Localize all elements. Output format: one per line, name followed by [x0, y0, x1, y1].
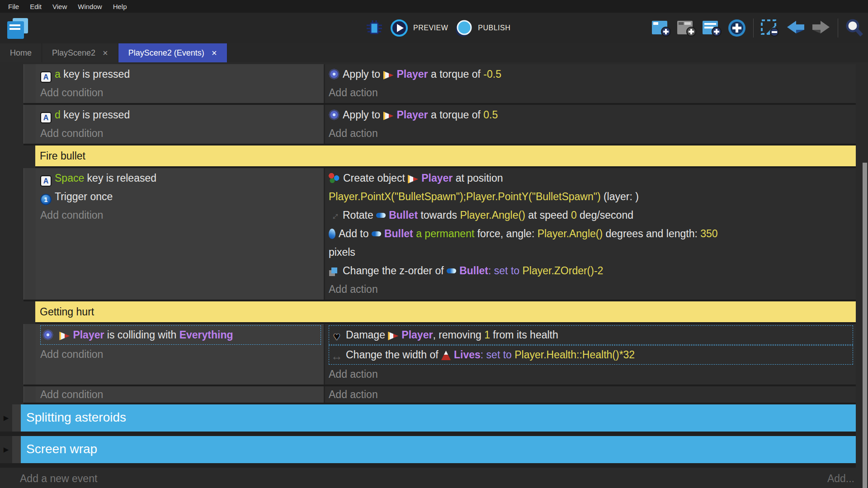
action-row[interactable]: Add to Bullet a permanent force, angle: …	[329, 225, 853, 262]
actions-cell[interactable]: Apply to Player a torque of 0.5 Add acti…	[325, 105, 856, 144]
toolbar-center: PREVIEW PUBLISH	[365, 13, 510, 43]
event-drag-handle[interactable]	[24, 386, 36, 403]
player-icon	[383, 112, 394, 120]
conditions-cell[interactable]: Player is colliding with Everything Add …	[36, 324, 325, 385]
text-segment	[57, 329, 59, 341]
search-icon[interactable]	[844, 18, 864, 38]
add-subevent-icon[interactable]	[676, 19, 697, 38]
vertical-scrollbar[interactable]	[863, 163, 867, 488]
action-row[interactable]: Change the z-order of Bullet: set to Pla…	[329, 262, 853, 280]
condition-row[interactable]: a key is pressed	[40, 65, 321, 84]
action-row[interactable]: Apply to Player a torque of 0.5	[329, 106, 853, 124]
add-condition-link[interactable]: Add condition	[40, 84, 321, 102]
text-segment: at position	[453, 172, 506, 184]
group-drag-handle[interactable]	[12, 436, 21, 463]
close-icon[interactable]: ×	[212, 48, 217, 57]
event-drag-handle[interactable]	[24, 105, 36, 144]
toolbar-separator	[753, 19, 754, 38]
heart-icon	[331, 328, 343, 339]
action-row[interactable]: Apply to Player a torque of -0.5	[329, 65, 853, 84]
condition-row[interactable]: d key is pressed	[40, 106, 321, 124]
add-condition-link[interactable]: Add condition	[40, 386, 321, 403]
event-row-empty: Add condition Add action	[24, 386, 856, 404]
action-row[interactable]: Rotate Bullet towards Player.Angle() at …	[329, 206, 853, 225]
play-icon	[390, 19, 409, 38]
condition-row[interactable]: Trigger once	[40, 188, 321, 206]
action-row[interactable]: Damage Player, removing 1 from its healt…	[329, 325, 853, 345]
event-drag-handle[interactable]	[24, 168, 36, 300]
menu-bar: File Edit View Window Help	[0, 0, 868, 13]
player-icon	[388, 332, 398, 340]
text-segment: Space	[55, 172, 84, 184]
debugger-icon[interactable]	[365, 19, 383, 37]
menu-edit[interactable]: Edit	[24, 3, 47, 10]
add-condition-link[interactable]: Add condition	[40, 345, 321, 364]
physics-icon	[329, 69, 340, 80]
text-segment: force, angle:	[474, 228, 537, 239]
add-circle-icon[interactable]	[727, 18, 747, 38]
close-icon[interactable]: ×	[103, 48, 108, 57]
menu-file[interactable]: File	[3, 3, 24, 10]
actions-cell[interactable]: Create object Player at position Player.…	[325, 168, 856, 300]
text-segment: from its health	[490, 329, 558, 341]
text-segment: Player	[397, 109, 428, 121]
conditions-cell[interactable]: Space key is released Trigger once Add c…	[36, 168, 325, 300]
menu-window[interactable]: Window	[72, 3, 107, 10]
tab-playscene2[interactable]: PlayScene2 ×	[42, 43, 118, 62]
rotate-icon	[329, 210, 340, 221]
event-drag-handle[interactable]	[24, 324, 36, 385]
add-new-event-link[interactable]: Add a new event	[20, 473, 97, 484]
action-row[interactable]: Create object Player at position Player.…	[329, 169, 853, 206]
tab-label: Home	[10, 48, 32, 58]
text-segment: Apply to	[343, 109, 383, 121]
conditions-cell[interactable]: a key is pressed Add condition	[36, 64, 325, 103]
globe-icon	[454, 19, 473, 38]
zorder-icon	[331, 267, 337, 273]
group-title[interactable]: Screen wrap	[21, 436, 856, 463]
add-condition-link[interactable]: Add condition	[40, 206, 321, 225]
add-action-link[interactable]: Add action	[329, 280, 853, 299]
add-action-link[interactable]: Add action	[329, 386, 853, 403]
bullet-icon	[372, 231, 381, 236]
condition-row[interactable]: Space key is released	[40, 169, 321, 188]
redo-icon[interactable]	[811, 19, 831, 37]
add-event-icon[interactable]	[651, 19, 672, 38]
toolbar: PREVIEW PUBLISH	[0, 13, 868, 43]
event-drag-handle[interactable]	[24, 64, 36, 103]
tab-label: PlayScene2 (Events)	[128, 48, 204, 58]
collapse-arrow-icon[interactable]: ▶	[0, 436, 12, 463]
actions-cell[interactable]: Add action	[325, 386, 856, 403]
add-action-link[interactable]: Add action	[329, 84, 853, 102]
condition-row[interactable]: Player is colliding with Everything	[40, 325, 321, 345]
text-segment: Rotate	[343, 209, 376, 221]
tab-home[interactable]: Home	[0, 43, 42, 62]
add-button[interactable]: Add...	[827, 468, 854, 488]
comment-row[interactable]: Getting hurt	[35, 301, 856, 324]
group-drag-handle[interactable]	[12, 404, 21, 432]
add-condition-link[interactable]: Add condition	[40, 124, 321, 143]
add-action-link[interactable]: Add action	[329, 124, 853, 143]
force-icon	[329, 229, 335, 239]
text-segment: Player.PointX("BulletSpawn");Player.Poin…	[329, 191, 601, 202]
add-comment-icon[interactable]	[702, 19, 722, 38]
publish-button[interactable]: PUBLISH	[454, 19, 510, 38]
conditions-cell[interactable]: Add condition	[36, 386, 325, 403]
toolbar-right	[651, 13, 864, 43]
comment-row[interactable]: Fire bullet	[35, 145, 856, 168]
action-row[interactable]: Change the width of Lives: set to Player…	[329, 345, 853, 365]
conditions-cell[interactable]: d key is pressed Add condition	[36, 105, 325, 144]
menu-view[interactable]: View	[47, 3, 72, 10]
menu-help[interactable]: Help	[108, 3, 132, 10]
collapse-arrow-icon[interactable]: ▶	[0, 404, 12, 432]
text-segment: deg/second	[577, 209, 633, 221]
preview-button[interactable]: PREVIEW	[390, 19, 448, 38]
tab-playscene2-events[interactable]: PlayScene2 (Events) ×	[118, 43, 227, 62]
actions-cell[interactable]: Apply to Player a torque of -0.5 Add act…	[325, 64, 856, 103]
undo-icon[interactable]	[785, 19, 806, 37]
text-segment: : set to	[481, 349, 514, 361]
add-action-link[interactable]: Add action	[329, 365, 853, 384]
actions-cell[interactable]: Damage Player, removing 1 from its healt…	[325, 324, 856, 385]
group-title[interactable]: Splitting asteroids	[21, 404, 856, 432]
gdevelop-logo-icon[interactable]	[7, 18, 28, 39]
clear-selection-icon[interactable]	[760, 19, 781, 38]
